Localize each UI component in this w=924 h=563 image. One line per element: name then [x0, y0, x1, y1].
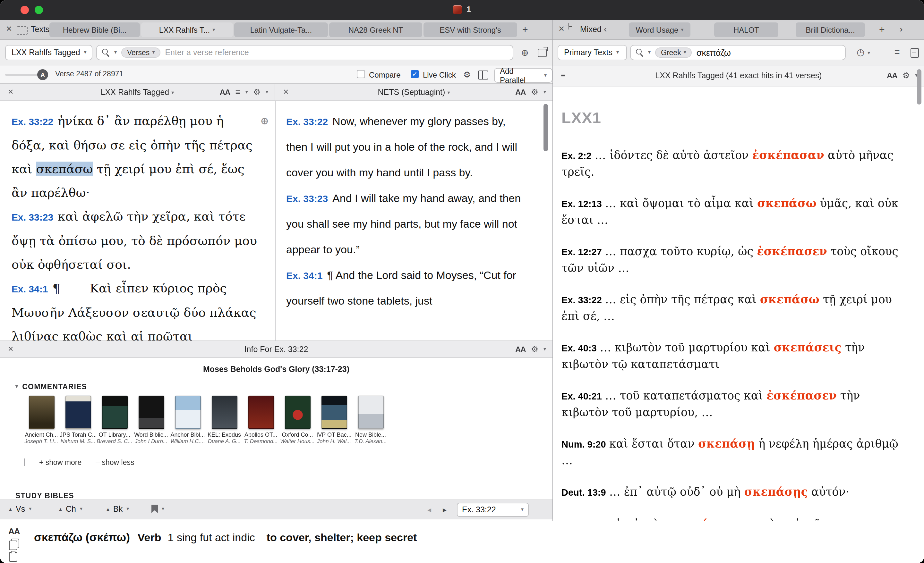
book-cover[interactable]	[285, 396, 310, 429]
workspace-icon[interactable]	[16, 26, 28, 34]
verse-ref[interactable]: Ex. 33:23	[286, 193, 332, 204]
chevron-down-icon[interactable]: ▾	[245, 90, 248, 94]
nets-pane-title[interactable]: NETS (Septuagint) ▾	[275, 88, 552, 97]
list-item[interactable]: OT Library...Brevard S. C...	[96, 396, 133, 445]
hit-word[interactable]: ἐσκέπασεν	[757, 245, 827, 258]
list-item[interactable]: Apollos OT...T. Desmond...	[243, 396, 279, 445]
tab-word-usage[interactable]: Word Usage▾	[629, 22, 690, 37]
compare-checkbox[interactable]	[357, 70, 365, 78]
text-size-icon[interactable]: AA	[8, 526, 20, 536]
list-item[interactable]: Anchor Bibl...William H.C....	[170, 396, 206, 445]
book-nav-group[interactable]: ▴ Bk ▾	[106, 505, 129, 514]
chevron-down-icon[interactable]: ▾	[80, 506, 82, 512]
chevron-down-icon[interactable]: ▾	[29, 506, 32, 512]
book-cover[interactable]	[138, 396, 164, 429]
hit-word[interactable]: σκεπάσῃ	[698, 437, 755, 450]
display-list-icon[interactable]: ≡	[235, 87, 240, 97]
search-hit-row[interactable]: Ex. 40:3… κιβωτὸν τοῦ μαρτυρίου καὶ σκεπ…	[561, 340, 900, 373]
text-scope-dropdown[interactable]: LXX Rahlfs Tagged▾	[5, 45, 92, 60]
highlighted-word[interactable]: σκεπάσω	[36, 162, 93, 176]
search-hit-row[interactable]: Num. 9:20καὶ ἔσται ὅταν σκεπάσῃ ἡ νεφέλη…	[561, 436, 900, 469]
close-workspace-icon[interactable]: ✕	[6, 24, 12, 33]
verse-ref[interactable]: Ex. 40:3	[561, 343, 600, 353]
gear-icon[interactable]: ⚙	[463, 70, 471, 79]
tab-latin-vulgate[interactable]: Latin Vulgate-Ta...	[234, 22, 328, 37]
list-item[interactable]: Word Biblic...John I Durh...	[133, 396, 170, 445]
hit-word[interactable]: ἐσκέπασαν	[752, 149, 824, 162]
history-icon[interactable]: ◷	[856, 47, 864, 57]
verse-ref[interactable]: Ex. 33:23	[12, 212, 58, 223]
book-cover[interactable]	[65, 396, 91, 429]
forward-icon[interactable]: ▸	[443, 505, 447, 514]
results-scrollbar[interactable]	[917, 69, 921, 105]
book-cover[interactable]	[28, 396, 54, 429]
hit-word[interactable]: σκεπάσῃς	[744, 485, 807, 498]
scroll-tabs-left-icon[interactable]: ‹	[604, 24, 607, 34]
verse-reference-combo[interactable]: Ex. 33:22 ▾	[457, 503, 529, 517]
tab-halot[interactable]: HALOT	[714, 22, 778, 37]
bookmark-icon[interactable]	[152, 505, 158, 513]
plus-circle-icon[interactable]: ⊕	[521, 48, 528, 58]
search-hit-row[interactable]: Deut. 32:11ὡς ἀετὸς σκεπάσαι νοσσιὰν αὐτ…	[561, 516, 900, 521]
book-cover[interactable]	[358, 396, 383, 429]
tab-esv-strongs[interactable]: ESV with Strong's	[423, 22, 517, 37]
chevron-down-icon[interactable]: ▾	[114, 50, 117, 55]
chapter-nav-group[interactable]: ▴ Ch ▾	[59, 505, 82, 514]
list-item[interactable]: Ancient Ch...Joseph T. Li...	[23, 396, 60, 445]
search-icon[interactable]	[636, 49, 644, 57]
chevron-down-icon[interactable]: ▾	[543, 347, 546, 352]
search-mode-pill[interactable]: Verses▾	[121, 48, 160, 58]
verse-ref[interactable]: Ex. 34:1	[286, 270, 327, 281]
commentaries-section-label[interactable]: ▾ COMMENTARIES	[15, 383, 87, 391]
search-hit-row[interactable]: Ex. 12:13… καὶ ὄψομαι τὸ αἷμα καὶ σκεπάσ…	[561, 196, 900, 228]
verse-ref[interactable]: Deut. 13:9	[561, 487, 609, 498]
search-hit-row[interactable]: Ex. 12:27… πασχα τοῦτο κυρίῳ, ὡς ἐσκέπασ…	[561, 244, 900, 276]
list-item[interactable]: KEL: ExodusDuane A. G...	[206, 396, 243, 445]
add-tab-button[interactable]: +	[879, 24, 885, 34]
language-pill[interactable]: Greek▾	[655, 48, 692, 58]
list-item[interactable]: IVP OT Bac...John H. Wal...	[316, 396, 352, 445]
text-size-slider[interactable]	[5, 74, 42, 76]
search-hit-row[interactable]: Ex. 40:21… τοῦ καταπετάσματος καὶ ἐσκέπα…	[561, 388, 900, 421]
text-size-icon[interactable]: AA	[887, 71, 897, 80]
back-icon[interactable]: ◂	[428, 505, 431, 514]
chevron-down-icon[interactable]: ▾	[266, 90, 268, 94]
gear-icon[interactable]: ⚙	[903, 70, 910, 80]
clipboard-icon[interactable]	[9, 552, 17, 562]
gear-icon[interactable]: ⚙	[531, 87, 538, 97]
tab-hebrew-bible[interactable]: Hebrew Bible (Bi...	[50, 22, 140, 37]
book-cover[interactable]	[175, 396, 201, 429]
study-bibles-section-label[interactable]: STUDY BIBLES	[15, 492, 74, 500]
chevron-down-icon[interactable]: ▾	[648, 50, 651, 55]
collapse-icon[interactable]: ▾	[15, 384, 18, 389]
text-size-icon[interactable]: AA	[515, 88, 526, 96]
gear-icon[interactable]: ⚙	[531, 344, 538, 354]
search-icon[interactable]	[102, 49, 110, 57]
search-query-text[interactable]: σκεπάζω	[696, 48, 731, 57]
verse-ref[interactable]: Ex. 34:1	[12, 283, 52, 294]
text-size-slider-handle[interactable]: A	[37, 69, 48, 80]
add-pane-icon[interactable]: ⊕	[260, 109, 269, 133]
nets-pane-scrollbar[interactable]	[543, 104, 548, 151]
hit-word[interactable]: σκεπάσαι	[669, 518, 732, 521]
texts-label[interactable]: Texts	[31, 25, 50, 34]
show-less-button[interactable]: – show less	[96, 458, 134, 466]
verse-ref[interactable]: Ex. 40:21	[561, 391, 605, 401]
close-window-button[interactable]	[21, 6, 29, 14]
book-cover[interactable]	[212, 396, 237, 429]
text-size-icon[interactable]: AA	[220, 88, 230, 96]
bookmark-group[interactable]: ▾	[152, 505, 164, 513]
hit-word[interactable]: ἐσκέπασεν	[766, 389, 837, 402]
search-hit-row[interactable]: Ex. 33:22… εἰς ὀπὴν τῆς πέτρας καὶ σκεπά…	[561, 292, 900, 325]
primary-texts-dropdown[interactable]: Primary Texts▾	[558, 45, 627, 60]
verse-ref[interactable]: Num. 9:20	[561, 439, 609, 449]
search-hit-row[interactable]: Deut. 13:9… ἐπ᾽ αὐτῷ οὐδ᾽ οὐ μὴ σκεπάσῃς…	[561, 484, 900, 501]
scroll-tabs-right-icon[interactable]: ›	[900, 24, 903, 34]
verse-ref[interactable]: Ex. 2:2	[561, 151, 595, 161]
research-icon[interactable]	[538, 49, 547, 57]
chevron-up-icon[interactable]: ▴	[106, 506, 110, 512]
tab-lxx-rahlfs[interactable]: LXX Rahlfs T...▾	[141, 22, 233, 37]
chevron-down-icon[interactable]: ▾	[162, 506, 164, 511]
verse-ref[interactable]: Ex. 12:27	[561, 247, 605, 257]
verse-search-field[interactable]: ▾ Verses▾ Enter a verse reference	[96, 45, 513, 60]
